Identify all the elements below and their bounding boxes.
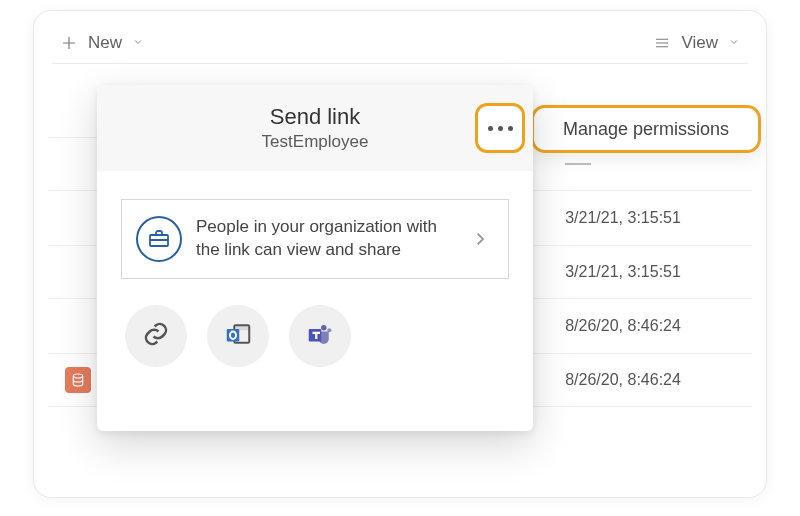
outlook-icon <box>223 319 253 353</box>
copy-link-button[interactable] <box>125 305 187 367</box>
dataset-icon <box>65 367 91 393</box>
new-button[interactable]: New <box>60 33 144 53</box>
dialog-title: Send link <box>270 104 361 130</box>
send-link-dialog: Send link TestEmployee People in your or… <box>97 85 533 431</box>
more-options-button[interactable] <box>475 103 525 153</box>
chevron-right-icon <box>462 230 498 248</box>
svg-point-0 <box>73 374 82 378</box>
new-button-label: New <box>88 33 122 53</box>
link-settings-button[interactable]: People in your organization with the lin… <box>121 199 509 279</box>
dialog-subtitle: TestEmployee <box>262 132 369 152</box>
toolbar: New View <box>34 11 766 63</box>
dialog-header: Send link TestEmployee <box>97 85 533 171</box>
chevron-down-icon <box>132 33 144 53</box>
chevron-down-icon <box>728 33 740 53</box>
view-button[interactable]: View <box>653 33 740 53</box>
more-options-icon <box>488 126 513 131</box>
link-settings-text: People in your organization with the lin… <box>196 216 448 262</box>
view-button-label: View <box>681 33 718 53</box>
manage-permissions-button[interactable]: Manage permissions <box>531 105 761 153</box>
empty-date-icon <box>565 163 591 165</box>
hamburger-icon <box>653 34 671 52</box>
toolbar-separator <box>52 63 748 64</box>
svg-point-6 <box>321 325 327 331</box>
dataset-date: 8/26/20, 8:46:24 <box>565 371 742 389</box>
plus-icon <box>60 34 78 52</box>
teams-icon <box>305 319 335 353</box>
app-card: New View Karki Kark <box>33 10 767 498</box>
manage-permissions-label: Manage permissions <box>563 119 729 140</box>
link-icon <box>141 319 171 353</box>
share-actions <box>97 279 533 393</box>
briefcase-icon <box>136 216 182 262</box>
outlook-button[interactable] <box>207 305 269 367</box>
svg-rect-8 <box>309 329 322 342</box>
teams-button[interactable] <box>289 305 351 367</box>
